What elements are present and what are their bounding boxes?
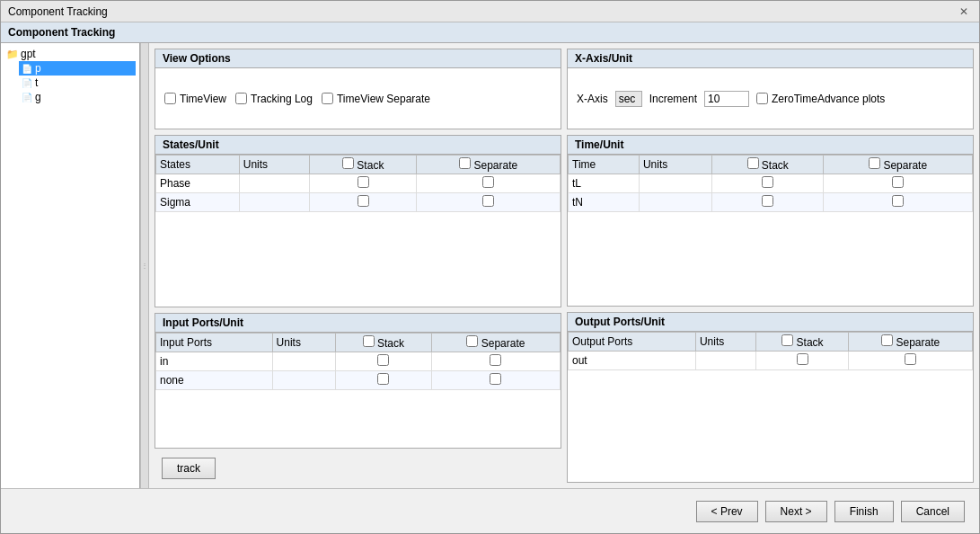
output-stack-out[interactable]	[756, 351, 849, 369]
states-row-sigma: Sigma	[156, 193, 561, 212]
units-phase[interactable]	[239, 174, 309, 193]
tree-item-g[interactable]: g	[19, 90, 136, 104]
cancel-button[interactable]: Cancel	[901, 501, 965, 522]
units-tn[interactable]	[639, 193, 711, 212]
file-icon-p	[21, 62, 33, 75]
x-axis-unit-input[interactable]	[615, 91, 642, 107]
stack-tn[interactable]	[712, 193, 824, 212]
stack-header-checkbox[interactable]	[342, 157, 354, 169]
input-stack-in[interactable]	[335, 352, 431, 370]
title-bar: Component Tracking ✕	[1, 1, 979, 22]
main-window: Component Tracking ✕ Component Tracking …	[0, 0, 980, 534]
separate-phase[interactable]	[417, 174, 561, 193]
output-ports-table: Output Ports Units Stack Separate	[568, 332, 973, 370]
time-tl: tL	[569, 174, 640, 193]
input-separate-none[interactable]	[431, 370, 560, 389]
time-separate-header-checkbox[interactable]	[869, 157, 880, 169]
bottom-row: States/Unit States Units Stack	[155, 135, 974, 483]
view-options-box: View Options TimeView Tracking Log Ti	[155, 49, 561, 129]
stack-sigma[interactable]	[310, 193, 417, 212]
input-ports-col-header: Input Ports	[156, 333, 273, 352]
zero-time-text: ZeroTimeAdvance plots	[772, 93, 885, 105]
time-unit-table: Time Units Stack Separate	[568, 155, 973, 212]
state-phase: Phase	[156, 174, 240, 193]
tree-item-p[interactable]: p	[19, 61, 136, 76]
output-separate-header-checkbox[interactable]	[881, 334, 893, 346]
track-button-area: track	[155, 449, 561, 483]
input-ports-table: Input Ports Units Stack Separate	[155, 333, 561, 390]
file-icon-t	[21, 76, 33, 89]
input-separate-col-header: Separate	[431, 333, 560, 352]
right-half: Time/Unit Time Units Stack	[567, 135, 974, 483]
states-unit-table-wrapper[interactable]: States Units Stack Separate	[155, 155, 561, 307]
states-unit-title: States/Unit	[155, 136, 561, 155]
left-panel: gpt p t g	[1, 43, 140, 488]
input-row-none: none	[156, 370, 561, 389]
input-separate-in[interactable]	[431, 352, 560, 370]
output-separate-out[interactable]	[849, 351, 973, 369]
timeview-separate-label: TimeView Separate	[337, 93, 430, 105]
timeview-checkbox-label[interactable]: TimeView	[164, 93, 226, 105]
input-units-col-header: Units	[272, 333, 335, 352]
bottom-bar: < Prev Next > Finish Cancel	[1, 488, 979, 533]
output-stack-col-header: Stack	[756, 332, 849, 351]
time-unit-table-wrapper[interactable]: Time Units Stack Separate	[568, 155, 973, 306]
x-axis-row: X-Axis Increment ZeroTimeAdvance plots	[577, 91, 885, 107]
input-separate-header-checkbox[interactable]	[466, 335, 478, 347]
time-unit-box: Time/Unit Time Units Stack	[567, 135, 974, 307]
input-ports-title: Input Ports/Unit	[155, 314, 561, 333]
output-ports-table-wrapper[interactable]: Output Ports Units Stack Separate	[568, 332, 973, 483]
output-ports-col-header: Output Ports	[569, 332, 696, 351]
increment-label: Increment	[649, 93, 697, 105]
input-ports-table-wrapper[interactable]: Input Ports Units Stack Separate	[155, 333, 561, 449]
vertical-splitter[interactable]: ⋮	[140, 43, 149, 488]
input-units-none[interactable]	[272, 370, 335, 389]
separate-tl[interactable]	[824, 174, 973, 193]
input-units-in[interactable]	[272, 352, 335, 370]
timeview-checkbox[interactable]	[164, 93, 176, 104]
input-row-in: in	[156, 352, 561, 370]
timeview-label: TimeView	[180, 93, 226, 105]
folder-icon	[6, 48, 19, 60]
separate-header-checkbox[interactable]	[459, 157, 471, 169]
close-button[interactable]: ✕	[956, 5, 972, 18]
tracking-log-checkbox-label[interactable]: Tracking Log	[235, 93, 313, 105]
separate-tn[interactable]	[824, 193, 973, 212]
stack-tl[interactable]	[712, 174, 824, 193]
next-button[interactable]: Next >	[765, 501, 827, 522]
units-sigma[interactable]	[239, 193, 309, 212]
prev-button[interactable]: < Prev	[696, 501, 758, 522]
x-axis-box: X-Axis/Unit X-Axis Increment ZeroTimeAdv…	[567, 49, 974, 129]
zero-time-checkbox[interactable]	[756, 93, 768, 104]
left-half: States/Unit States Units Stack	[155, 135, 561, 483]
main-right: View Options TimeView Tracking Log Ti	[149, 43, 979, 488]
units-tl[interactable]	[639, 174, 711, 193]
section-header: Component Tracking	[1, 22, 979, 43]
tree-item-g-label: g	[35, 91, 41, 103]
timeview-separate-checkbox-label[interactable]: TimeView Separate	[322, 93, 430, 105]
finish-button[interactable]: Finish	[834, 501, 894, 522]
view-options-content: TimeView Tracking Log TimeView Separate	[155, 68, 561, 129]
timeview-separate-checkbox[interactable]	[322, 93, 333, 104]
input-stack-col-header: Stack	[335, 333, 431, 352]
stack-phase[interactable]	[310, 174, 417, 193]
output-units-out[interactable]	[695, 351, 756, 369]
time-stack-header-checkbox[interactable]	[747, 157, 759, 169]
tree-children: p t g	[4, 61, 136, 104]
states-unit-table: States Units Stack Separate	[155, 155, 561, 212]
input-stack-header-checkbox[interactable]	[363, 335, 375, 347]
output-separate-col-header: Separate	[849, 332, 973, 351]
output-stack-header-checkbox[interactable]	[781, 334, 793, 346]
track-button[interactable]: track	[162, 458, 216, 479]
units-col-header: Units	[239, 156, 309, 174]
tree-root-gpt[interactable]: gpt	[4, 47, 136, 61]
time-row-tl: tL	[569, 174, 973, 193]
time-unit-title: Time/Unit	[568, 136, 973, 155]
tree-item-t[interactable]: t	[19, 76, 136, 90]
separate-sigma[interactable]	[417, 193, 561, 212]
zero-time-label[interactable]: ZeroTimeAdvance plots	[756, 93, 885, 105]
stack-col-header: Stack	[310, 156, 417, 174]
tracking-log-checkbox[interactable]	[235, 93, 247, 104]
input-stack-none[interactable]	[335, 370, 431, 389]
increment-input[interactable]	[704, 91, 749, 107]
